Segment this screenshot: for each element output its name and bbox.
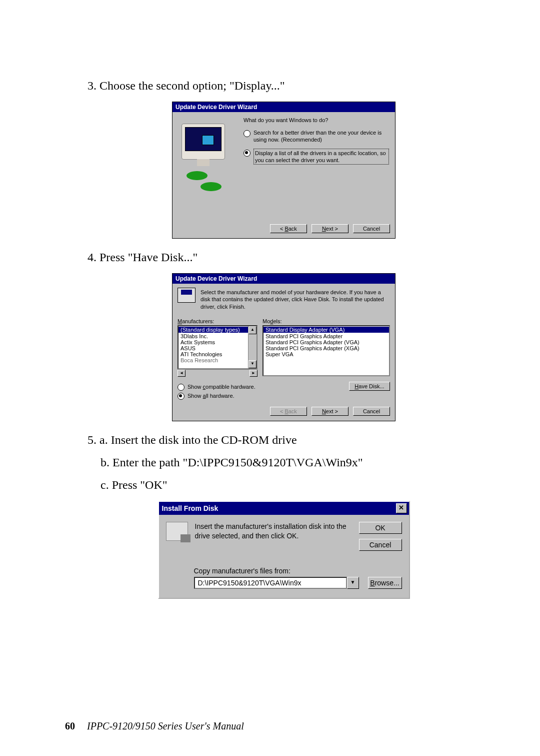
manufacturers-label: Manufacturers: [178,318,258,324]
radio-compatible-label: Show compatible hardware. [188,384,256,390]
scroll-left-icon[interactable]: ◄ [178,370,186,377]
back-button[interactable]: < Back [270,407,307,416]
wizard-question: What do you want Windows to do? [244,117,389,123]
list-item[interactable]: Standard Display Adapter (VGA) [264,327,389,333]
list-item[interactable]: Standard PCI Graphics Adapter (VGA) [264,339,389,345]
cancel-button[interactable]: Cancel [353,224,390,233]
scroll-down-icon[interactable]: ▼ [248,360,256,368]
step-5a: 5. a. Insert the disk into the CD-ROM dr… [88,433,480,447]
path-input[interactable]: D:\IPPC9150&9120T\VGA\Win9x [194,577,347,589]
next-button[interactable]: Next > [312,224,348,233]
radio-search[interactable] [244,130,250,137]
cancel-button[interactable]: Cancel [353,407,390,416]
have-disk-button[interactable]: Have Disk... [349,382,390,391]
models-label: Models: [262,318,390,324]
step-5b: b. Enter the path "D:\IPPC9150&9120T\VGA… [100,456,480,469]
scroll-right-icon[interactable]: ► [250,370,258,377]
scroll-up-icon[interactable]: ▲ [248,326,256,334]
list-item[interactable]: Actix Systems [178,339,248,345]
disk-icon [166,522,188,541]
dropdown-arrow-icon[interactable]: ▼ [347,577,359,589]
manual-title: IPPC-9120/9150 Series User's Manual [87,720,244,731]
list-item[interactable]: Boca Research [178,357,248,363]
step-4: 4. Press "Have Disk..." [88,251,480,264]
scrollbar[interactable]: ▲ ▼ [248,326,256,368]
radio-all[interactable] [178,393,184,400]
browse-button[interactable]: Browse... [368,577,402,589]
dialog-title: Update Device Driver Wizard [172,274,395,284]
list-item[interactable]: Standard PCI Graphics Adapter (XGA) [264,345,389,351]
dialog-intro: Select the manufacturer and model of you… [200,288,390,310]
list-item[interactable]: ASUS [178,345,248,351]
manufacturers-list[interactable]: (Standard display types) 3Dlabs Inc. Act… [178,325,258,369]
install-message: Insert the manufacturer's installation d… [195,522,352,556]
wizard-graphic [176,116,242,216]
wizard-dialog-2: Update Device Driver Wizard Select the m… [172,273,396,421]
device-icon [178,288,196,303]
cancel-button[interactable]: Cancel [359,539,402,551]
radio-all-label: Show all hardware. [188,393,234,399]
list-item[interactable]: (Standard display types) [178,327,248,333]
radio-display-list[interactable] [244,150,250,157]
dialog-title: Update Device Driver Wizard [172,102,395,112]
hscrollbar[interactable]: ◄ ► [178,369,258,377]
step-5c: c. Press "OK" [100,478,480,492]
radio-display-list-label: Display a list of all the drivers in a s… [254,149,389,165]
list-item[interactable]: Standard PCI Graphics Adapter [264,333,389,339]
list-item[interactable]: Super VGA [264,351,389,357]
close-icon[interactable]: ✕ [396,503,407,513]
ok-button[interactable]: OK [359,522,402,534]
install-from-disk-dialog: Install From Disk ✕ Insert the manufactu… [158,501,410,599]
radio-search-label: Search for a better driver than the one … [254,129,389,144]
copy-from-label: Copy manufacturer's files from: [194,567,402,575]
models-list[interactable]: Standard Display Adapter (VGA) Standard … [262,325,390,376]
wizard-dialog-1: Update Device Driver Wizard What do you … [172,102,396,239]
dialog-title: Install From Disk [162,504,218,512]
radio-compatible[interactable] [178,384,184,391]
back-button[interactable]: < Back [270,224,307,233]
page-number: 60 [65,720,75,732]
page-footer: 60 IPPC-9120/9150 Series User's Manual [65,720,480,732]
step-3: 3. Choose the second option; "Display...… [88,79,480,93]
next-button[interactable]: Next > [312,407,348,416]
list-item[interactable]: 3Dlabs Inc. [178,333,248,339]
list-item[interactable]: ATI Technologies [178,351,248,357]
